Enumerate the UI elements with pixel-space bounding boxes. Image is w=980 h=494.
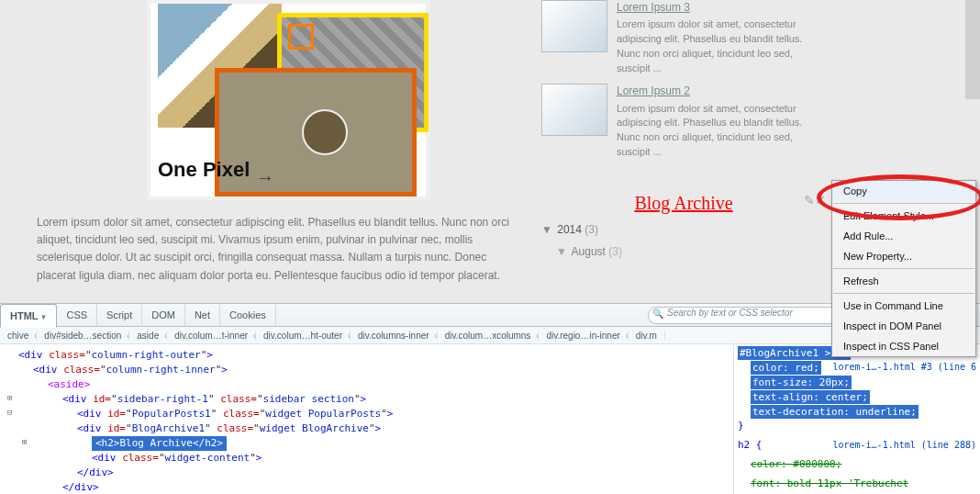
page-scrollbar[interactable] [965, 0, 980, 99]
menu-separator [833, 268, 974, 269]
crumb-item[interactable]: div#sideb…section [37, 331, 129, 341]
css-property[interactable]: font-size: 20px; [751, 376, 852, 389]
triangle-down-icon: ▼ [541, 223, 552, 236]
post-excerpt: Lorem ipsum dolor sit amet, consectetur … [617, 18, 802, 73]
crumb-item[interactable]: chive [0, 331, 37, 341]
css-property[interactable]: text-decoration: underline; [751, 405, 919, 419]
crumb-item[interactable]: div.m [629, 331, 665, 341]
tab-net[interactable]: Net [185, 304, 220, 326]
css-brace: } [738, 419, 976, 432]
context-menu-refresh[interactable]: Refresh [832, 271, 975, 291]
popular-post-item[interactable]: Lorem Ipsum 3 Lorem ipsum dolor sit amet… [541, 0, 826, 76]
tab-css[interactable]: CSS [57, 304, 97, 326]
archive-year-row[interactable]: ▼ 2014 (3) [541, 223, 826, 236]
crumb-item[interactable]: aside [129, 331, 167, 341]
crumb-item[interactable]: div.colum…xcolumns [438, 331, 540, 341]
context-menu-copy[interactable]: Copy [832, 181, 975, 201]
html-tree[interactable]: ⊟ ⊟ ⊟ ⊞ ⊟ ⊞ <div class="<div class="colu… [0, 344, 733, 494]
css-property[interactable]: color: #000000; [751, 458, 841, 470]
blog-archive-heading: Blog Archive [541, 193, 826, 214]
tab-script[interactable]: Script [97, 304, 142, 326]
post-body: Lorem Ipsum 3 Lorem ipsum dolor sit amet… [617, 0, 826, 76]
menu-separator [833, 203, 974, 204]
twisty-icon[interactable]: ⊞ [7, 390, 12, 405]
archive-year: 2014 [557, 223, 582, 236]
context-menu-use-cmdline[interactable]: Use in Command Line [832, 296, 975, 316]
twisty-icon[interactable]: ⊟ [7, 405, 12, 420]
article-body-text: Lorem ipsum dolor sit amet, consectetur … [37, 214, 514, 285]
widget-tools-icon[interactable]: ✎✕ [804, 193, 826, 208]
pixel-illustration: One Pixel → [147, 0, 429, 200]
triangle-down-icon: ▼ [556, 245, 567, 258]
devtools-search-input[interactable]: Search by text or CSS selector [648, 307, 850, 324]
context-menu-add-rule[interactable]: Add Rule... [832, 226, 975, 246]
menu-separator [833, 293, 974, 294]
archive-month: August [572, 245, 606, 258]
arrow-icon: → [256, 167, 274, 188]
post-excerpt: Lorem ipsum dolor sit amet, consectetur … [617, 103, 802, 158]
post-thumbnail [541, 84, 607, 136]
post-title-link[interactable]: Lorem Ipsum 2 [617, 84, 826, 99]
css-source-link[interactable]: lorem-i…-1.html #3 (line 6 [832, 360, 976, 374]
css-property[interactable]: text-align: center; [751, 390, 870, 404]
tab-html[interactable]: HTML▼ [0, 304, 57, 328]
context-menu-inspect-css[interactable]: Inspect in CSS Panel [832, 336, 975, 356]
crumb-item[interactable]: div.colum…ht-outer [256, 331, 351, 341]
post-body: Lorem Ipsum 2 Lorem ipsum dolor sit amet… [617, 84, 826, 160]
css-source-link[interactable]: lorem-i…-1.html (line 288) [832, 438, 976, 452]
app-root: One Pixel → Lorem ipsum dolor sit amet, … [0, 0, 980, 494]
context-menu-inspect-dom[interactable]: Inspect in DOM Panel [832, 316, 975, 336]
context-menu-new-property[interactable]: New Property... [832, 246, 975, 266]
css-rules-pane[interactable]: #BlogArchive1 > h2lorem-i…-1.html #3 (li… [733, 344, 980, 494]
archive-month-row[interactable]: ▼ August (3) [556, 245, 826, 258]
tab-cookies[interactable]: Cookies [220, 304, 276, 326]
popular-post-item[interactable]: Lorem Ipsum 2 Lorem ipsum dolor sit amet… [541, 84, 826, 160]
twisty-icon[interactable]: ⊞ [22, 434, 27, 449]
crumb-item[interactable]: div.regio…in-inner [539, 331, 628, 341]
selected-dom-node[interactable]: <h2>Blog Archive</h2> [92, 436, 227, 451]
archive-year-count: (3) [585, 223, 598, 236]
crumb-item[interactable]: div.columns-inner [351, 331, 438, 341]
single-pixel-circle [302, 109, 348, 155]
devtools-body: ⊟ ⊟ ⊟ ⊞ ⊟ ⊞ <div class="<div class="colu… [0, 344, 980, 494]
archive-month-count: (3) [608, 245, 622, 258]
post-title-link[interactable]: Lorem Ipsum 3 [617, 0, 826, 16]
css-selector[interactable]: h2 { [738, 439, 763, 451]
chevron-down-icon[interactable]: ▼ [40, 313, 48, 321]
main-column: One Pixel → Lorem ipsum dolor sit amet, … [37, 0, 523, 285]
post-thumbnail [541, 0, 607, 52]
crumb-item[interactable]: div.colum…t-inner [167, 331, 256, 341]
context-menu-edit-style[interactable]: Edit Element Style... [832, 206, 975, 226]
one-pixel-label: One Pixel [158, 158, 250, 182]
zoom-marker-small [288, 24, 314, 50]
css-property[interactable]: font: bold 11px 'Trebuchet [751, 477, 908, 489]
css-property[interactable]: color: red; [751, 361, 821, 375]
tab-dom[interactable]: DOM [142, 304, 185, 326]
context-menu: Copy Edit Element Style... Add Rule... N… [831, 180, 976, 357]
sidebar: Lorem Ipsum 3 Lorem ipsum dolor sit amet… [541, 0, 826, 258]
